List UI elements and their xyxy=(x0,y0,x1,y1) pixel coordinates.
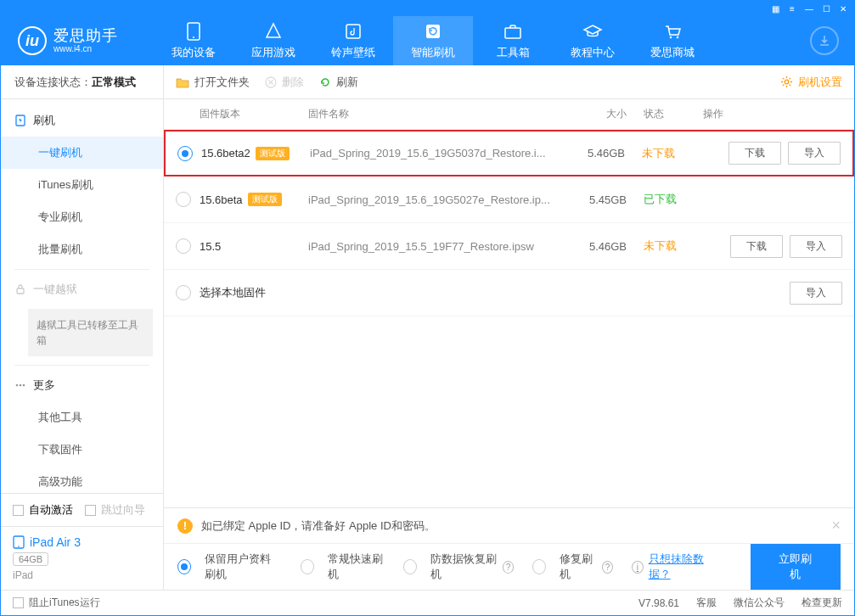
firmware-row[interactable]: 15.5iPad_Spring_2019_15.5_19F77_Restore.… xyxy=(164,223,854,270)
device-card[interactable]: iPad Air 3 64GB iPad xyxy=(1,526,163,590)
nav-tutorial[interactable]: 教程中心 xyxy=(553,16,633,65)
download-button[interactable]: 下载 xyxy=(728,142,781,165)
opt-anti-recover[interactable]: 防数据恢复刷机? xyxy=(403,552,514,582)
refresh-button[interactable]: 刷新 xyxy=(319,75,358,90)
footer-service[interactable]: 客服 xyxy=(696,596,717,610)
sidebar-item-itunes[interactable]: iTunes刷机 xyxy=(1,169,163,201)
opt-repair[interactable]: 修复刷机? xyxy=(532,552,613,582)
phone-icon xyxy=(183,21,204,42)
status-cell: 未下载 xyxy=(627,238,703,254)
name-cell: iPad_Spring_2019_15.6_19G5027e_Restore.i… xyxy=(308,193,567,206)
svg-point-15 xyxy=(785,80,789,84)
device-status: 设备连接状态： 正常模式 xyxy=(1,65,163,99)
tablet-icon xyxy=(13,535,25,549)
import-button[interactable]: 导入 xyxy=(788,142,841,165)
erase-link[interactable]: i只想抹除数据？ xyxy=(632,552,717,582)
svg-rect-3 xyxy=(426,25,440,38)
titlebar-minimize-icon[interactable]: — xyxy=(802,3,817,14)
radio-button[interactable] xyxy=(176,285,191,300)
toolbox-icon xyxy=(503,21,523,42)
sidebar-label: 更多 xyxy=(33,378,55,393)
download-manager-button[interactable] xyxy=(810,26,839,55)
radio-icon xyxy=(301,559,314,574)
sidebar-group-flash[interactable]: 刷机 xyxy=(1,104,163,137)
footer-update[interactable]: 检查更新 xyxy=(802,596,842,610)
flash-group-icon xyxy=(14,115,26,126)
nav-label: 教程中心 xyxy=(571,45,615,60)
music-icon xyxy=(343,21,363,42)
nav-label: 工具箱 xyxy=(497,45,530,60)
radio-icon xyxy=(532,559,546,574)
sidebar-group-more[interactable]: 更多 xyxy=(1,369,163,401)
skip-guide-checkbox[interactable]: 跳过向导 xyxy=(85,503,145,516)
svg-point-13 xyxy=(18,546,20,547)
delete-button: 删除 xyxy=(265,75,304,90)
nav-ringtone[interactable]: 铃声壁纸 xyxy=(313,16,393,65)
device-storage: 64GB xyxy=(13,552,48,566)
nav-toolbox[interactable]: 工具箱 xyxy=(473,16,553,65)
header-action: 操作 xyxy=(703,107,842,121)
grad-icon xyxy=(582,21,603,42)
name-cell: iPad_Spring_2019_15.6_19G5037d_Restore.i… xyxy=(310,147,565,160)
flash-now-button[interactable]: 立即刷机 xyxy=(751,544,841,590)
nav-my-device[interactable]: 我的设备 xyxy=(154,16,233,65)
warning-icon: ! xyxy=(177,518,193,534)
table-header: 固件版本 固件名称 大小 状态 操作 xyxy=(164,99,854,130)
sidebar-item-batch[interactable]: 批量刷机 xyxy=(1,233,163,266)
svg-point-11 xyxy=(23,384,25,387)
warning-text: 如已绑定 Apple ID，请准备好 Apple ID和密码。 xyxy=(201,518,436,534)
nav-label: 铃声壁纸 xyxy=(331,45,375,60)
svg-point-9 xyxy=(16,384,19,387)
help-icon[interactable]: ? xyxy=(602,561,613,574)
nav-label: 应用游戏 xyxy=(251,45,295,60)
header-size: 大小 xyxy=(567,107,627,121)
opt-keep-data[interactable]: 保留用户资料刷机 xyxy=(177,552,282,582)
nav-apps[interactable]: 应用游戏 xyxy=(233,16,313,65)
radio-button[interactable] xyxy=(176,238,191,254)
auto-activate-checkbox[interactable]: 自动激活 xyxy=(13,503,73,516)
name-cell: iPad_Spring_2019_15.5_19F77_Restore.ipsw xyxy=(308,240,567,253)
titlebar-maximize-icon[interactable]: ☐ xyxy=(818,3,834,14)
download-button[interactable]: 下载 xyxy=(730,235,783,258)
nav-flash[interactable]: 智能刷机 xyxy=(393,16,473,65)
opt-quick[interactable]: 常规快速刷机 xyxy=(301,552,385,582)
refresh-small-icon xyxy=(319,76,331,88)
jailbreak-note: 越狱工具已转移至工具箱 xyxy=(28,309,153,356)
folder-icon xyxy=(176,76,189,88)
close-warning-button[interactable]: × xyxy=(831,517,841,535)
logo-icon: iu xyxy=(18,26,47,55)
footer-wechat[interactable]: 微信公众号 xyxy=(734,596,785,610)
logo: iu 爱思助手 www.i4.cn xyxy=(1,26,154,55)
beta-tag: 测试版 xyxy=(256,147,290,160)
titlebar-grid-icon[interactable]: ▦ xyxy=(768,3,783,14)
radio-button[interactable] xyxy=(177,146,193,161)
block-itunes-checkbox[interactable]: 阻止iTunes运行 xyxy=(13,596,100,610)
svg-point-6 xyxy=(677,36,679,39)
firmware-row[interactable]: 15.6beta2测试版iPad_Spring_2019_15.6_19G503… xyxy=(164,130,854,176)
radio-icon xyxy=(177,559,191,574)
radio-button[interactable] xyxy=(176,192,191,207)
sidebar-item-other[interactable]: 其他工具 xyxy=(1,401,163,434)
sidebar-item-oneclick[interactable]: 一键刷机 xyxy=(1,137,163,169)
nav-label: 智能刷机 xyxy=(411,45,455,60)
version-cell: 15.6beta2测试版 xyxy=(201,147,310,160)
flash-settings-button[interactable]: 刷机设置 xyxy=(780,75,842,90)
radio-icon xyxy=(403,559,417,574)
import-button[interactable]: 导入 xyxy=(790,235,842,258)
open-folder-button[interactable]: 打开文件夹 xyxy=(176,75,250,90)
sidebar-item-download[interactable]: 下载固件 xyxy=(1,434,163,466)
device-type: iPad xyxy=(13,569,151,581)
nav-store[interactable]: 爱思商城 xyxy=(633,16,712,65)
import-button[interactable]: 导入 xyxy=(790,282,842,305)
titlebar-close-icon[interactable]: ✕ xyxy=(835,3,851,14)
svg-point-5 xyxy=(670,36,672,39)
help-icon[interactable]: ? xyxy=(503,561,514,574)
titlebar-menu-icon[interactable]: ≡ xyxy=(785,3,800,14)
firmware-row[interactable]: 选择本地固件导入 xyxy=(164,270,854,316)
firmware-row[interactable]: 15.6beta测试版iPad_Spring_2019_15.6_19G5027… xyxy=(164,176,854,223)
warning-bar: ! 如已绑定 Apple ID，请准备好 Apple ID和密码。 × xyxy=(164,508,854,544)
sidebar-item-pro[interactable]: 专业刷机 xyxy=(1,201,163,233)
sidebar-item-advanced[interactable]: 高级功能 xyxy=(1,466,163,493)
size-cell: 5.46GB xyxy=(567,240,627,253)
size-cell: 5.45GB xyxy=(567,193,627,206)
